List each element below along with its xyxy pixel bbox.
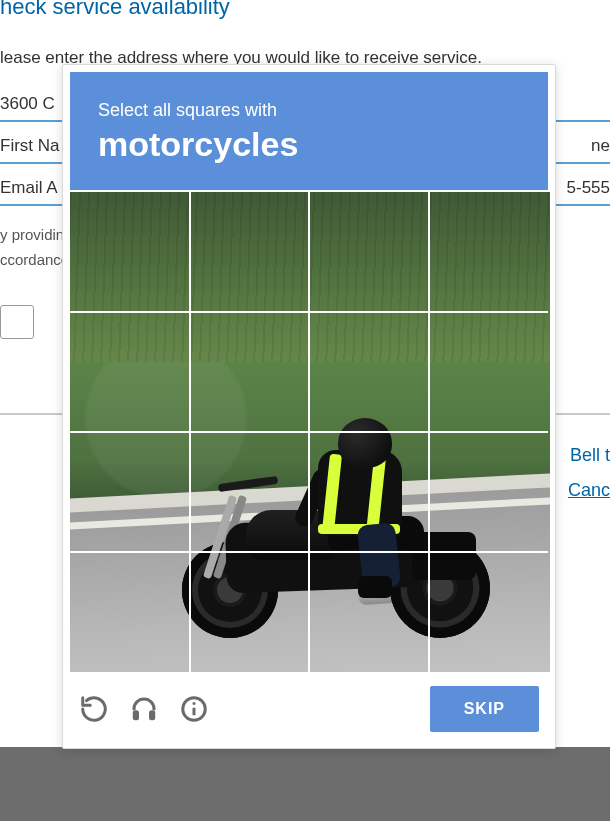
captcha-cell[interactable] (190, 192, 310, 312)
captcha-cell[interactable] (309, 312, 429, 432)
name-field-left: First Na (0, 136, 60, 156)
captcha-icon-row (79, 694, 209, 724)
captcha-cell[interactable] (190, 552, 310, 672)
svg-point-4 (193, 702, 196, 705)
footer-bar (0, 747, 610, 821)
captcha-cell[interactable] (70, 312, 190, 432)
captcha-header: Select all squares with motorcycles (70, 72, 548, 190)
captcha-cell[interactable] (70, 192, 190, 312)
name-field-right: ne (591, 136, 610, 156)
captcha-cell[interactable] (429, 192, 549, 312)
captcha-grid (70, 192, 548, 672)
email-field-right: 5-555 (567, 178, 610, 198)
captcha-cell[interactable] (190, 312, 310, 432)
page-title: heck service availability (0, 0, 610, 30)
captcha-cell[interactable] (429, 552, 549, 672)
captcha-modal: Select all squares with motorcycles (62, 64, 556, 749)
svg-rect-0 (133, 710, 139, 720)
captcha-cell[interactable] (309, 552, 429, 672)
captcha-grid-overlay (70, 192, 548, 672)
captcha-cell[interactable] (70, 432, 190, 552)
headphones-icon[interactable] (129, 694, 159, 724)
captcha-cell[interactable] (190, 432, 310, 552)
captcha-category: motorcycles (98, 125, 520, 164)
recaptcha-checkbox[interactable] (0, 305, 34, 339)
captcha-cell[interactable] (429, 312, 549, 432)
captcha-prefix: Select all squares with (98, 100, 520, 121)
info-icon[interactable] (179, 694, 209, 724)
captcha-cell[interactable] (70, 552, 190, 672)
reload-icon[interactable] (79, 694, 109, 724)
captcha-cell[interactable] (429, 432, 549, 552)
svg-rect-1 (149, 710, 155, 720)
captcha-footer: SKIP (63, 672, 555, 748)
skip-button[interactable]: SKIP (430, 686, 539, 732)
email-field-left: Email A (0, 178, 58, 198)
captcha-cell[interactable] (309, 432, 429, 552)
address-field-left: 3600 C (0, 94, 55, 114)
captcha-cell[interactable] (309, 192, 429, 312)
